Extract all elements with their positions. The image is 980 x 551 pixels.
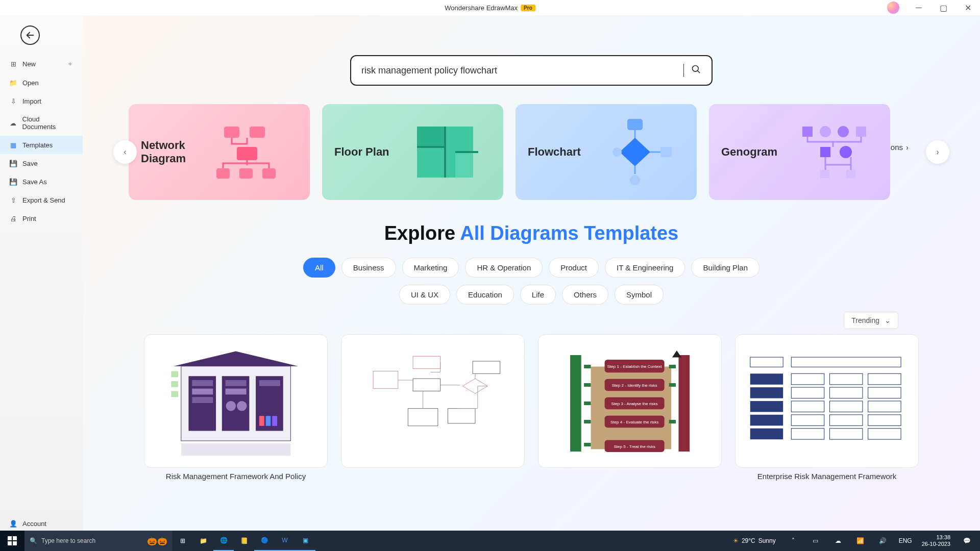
sidebar-item-new[interactable]: ⊞ New ＋ xyxy=(0,54,83,73)
genogram-icon xyxy=(788,121,878,183)
svg-rect-72 xyxy=(829,373,862,384)
svg-rect-41 xyxy=(171,381,178,387)
svg-rect-71 xyxy=(791,373,824,384)
svg-rect-19 xyxy=(820,147,830,157)
svg-rect-15 xyxy=(802,127,813,137)
file-explorer-icon[interactable]: 📁 xyxy=(193,531,213,551)
svg-rect-69 xyxy=(750,415,783,425)
language-indicator[interactable]: ENG xyxy=(895,531,916,551)
taskbar-clock[interactable]: 13:38 26-10-2023 xyxy=(922,534,950,547)
svg-marker-11 xyxy=(620,138,650,166)
chip-others[interactable]: Others xyxy=(562,285,608,305)
start-button[interactable] xyxy=(0,531,24,551)
sort-dropdown[interactable]: Trending ⌄ xyxy=(844,312,898,329)
svg-rect-70 xyxy=(750,429,783,439)
sidebar-item-saveas[interactable]: 💾 Save As xyxy=(0,172,83,191)
chip-product[interactable]: Product xyxy=(549,258,599,278)
chip-symbol[interactable]: Symbol xyxy=(615,285,664,305)
chip-it[interactable]: IT & Engineering xyxy=(605,258,685,278)
template-thumbnail[interactable] xyxy=(735,334,919,468)
carousel-prev[interactable]: ‹ xyxy=(113,140,137,164)
svg-rect-66 xyxy=(750,373,783,384)
carousel-next[interactable]: › xyxy=(926,140,949,164)
collection-card-flowchart[interactable]: Flowchart xyxy=(516,104,697,200)
search-input[interactable] xyxy=(361,65,676,76)
chip-marketing[interactable]: Marketing xyxy=(402,258,459,278)
sidebar-item-account[interactable]: 👤 Account xyxy=(0,514,83,533)
meet-now-icon[interactable]: ▭ xyxy=(805,531,826,551)
chrome-icon[interactable]: 🔵 xyxy=(254,531,275,551)
svg-rect-30 xyxy=(192,397,213,403)
sidebar-item-label: Cloud Documents xyxy=(22,115,74,131)
svg-rect-45 xyxy=(413,379,440,391)
search-wrap xyxy=(113,55,949,86)
svg-rect-51 xyxy=(678,355,690,452)
user-icon: 👤 xyxy=(9,519,17,528)
chip-business[interactable]: Business xyxy=(341,258,396,278)
template-thumbnail[interactable] xyxy=(144,334,328,468)
sidebar-item-save[interactable]: 💾 Save xyxy=(0,154,83,172)
sidebar-item-cloud[interactable]: ☁ Cloud Documents xyxy=(0,110,83,136)
svg-rect-68 xyxy=(750,401,783,412)
word-icon[interactable]: W xyxy=(275,531,295,551)
print-icon: 🖨 xyxy=(9,214,17,222)
svg-rect-82 xyxy=(868,415,901,425)
avatar[interactable] xyxy=(887,2,899,14)
templates-icon: ▦ xyxy=(9,141,17,149)
sidebar-item-export[interactable]: ⇧ Export & Send xyxy=(0,191,83,209)
template-grid: Risk Management Framework And Policy Ste… xyxy=(113,334,949,481)
notifications-icon[interactable]: 💬 xyxy=(957,531,977,551)
sticky-notes-icon[interactable]: 📒 xyxy=(234,531,254,551)
svg-rect-85 xyxy=(868,429,901,439)
taskbar-search[interactable]: 🔍 Type here to search 🎃🎃 xyxy=(24,531,173,551)
back-button[interactable] xyxy=(20,26,40,45)
template-thumbnail[interactable] xyxy=(341,334,525,468)
titlebar-right: ─ ▢ ✕ xyxy=(887,0,980,15)
edge-icon[interactable]: 🌐 xyxy=(213,531,234,551)
sidebar-item-open[interactable]: 📁 Open xyxy=(0,73,83,92)
svg-rect-74 xyxy=(791,387,824,398)
chevron-down-icon: ⌄ xyxy=(885,316,891,324)
edrawmax-icon[interactable]: ▣ xyxy=(295,531,315,551)
import-icon: ⇩ xyxy=(9,97,17,105)
chip-life[interactable]: Life xyxy=(520,285,556,305)
collection-card-network[interactable]: Network Diagram xyxy=(129,104,310,200)
explore-prefix: Explore xyxy=(384,222,460,244)
onedrive-icon[interactable]: ☁ xyxy=(828,531,848,551)
pro-badge: Pro xyxy=(521,5,535,11)
weather-widget[interactable]: ☀ 29°C Sunny xyxy=(733,537,776,544)
maximize-button[interactable]: ▢ xyxy=(933,0,953,15)
save-as-icon: 💾 xyxy=(9,178,17,186)
svg-rect-1 xyxy=(224,127,239,138)
tray-chevron-icon[interactable]: ˄ xyxy=(783,531,803,551)
svg-rect-47 xyxy=(473,361,500,373)
search-icon[interactable] xyxy=(691,64,701,77)
chip-education[interactable]: Education xyxy=(456,285,514,305)
collection-card-floorplan[interactable]: Floor Plan xyxy=(322,104,503,200)
task-view-icon[interactable]: ⊞ xyxy=(173,531,193,551)
collection-card-genogram[interactable]: Genogram xyxy=(709,104,890,200)
sidebar: ⊞ New ＋ 📁 Open ⇩ Import ☁ Cloud Document… xyxy=(0,15,83,551)
text-cursor xyxy=(683,64,684,77)
template-thumbnail[interactable]: Step 1 - Establish the ContextStep 2 - I… xyxy=(538,334,722,468)
svg-rect-86 xyxy=(8,536,12,540)
svg-rect-48 xyxy=(408,409,438,426)
chip-building[interactable]: Building Plan xyxy=(691,258,760,278)
sidebar-item-print[interactable]: 🖨 Print xyxy=(0,209,83,228)
svg-rect-44 xyxy=(413,356,440,368)
collection-label: Genogram xyxy=(721,145,777,159)
chip-all[interactable]: All xyxy=(303,258,335,278)
svg-point-20 xyxy=(840,146,852,158)
svg-rect-64 xyxy=(750,357,783,367)
close-button[interactable]: ✕ xyxy=(958,0,978,15)
volume-icon[interactable]: 🔊 xyxy=(873,531,893,551)
chip-uiux[interactable]: UI & UX xyxy=(399,285,450,305)
weather-temp: 29°C xyxy=(742,537,755,544)
sidebar-item-templates[interactable]: ▦ Templates xyxy=(0,136,83,154)
minimize-button[interactable]: ─ xyxy=(909,0,929,15)
svg-rect-32 xyxy=(226,389,247,395)
sidebar-item-import[interactable]: ⇩ Import xyxy=(0,92,83,110)
chip-hr[interactable]: HR & Operation xyxy=(465,258,543,278)
template-title: Enterprise Risk Management Framework xyxy=(735,472,919,481)
wifi-icon[interactable]: 📶 xyxy=(850,531,871,551)
